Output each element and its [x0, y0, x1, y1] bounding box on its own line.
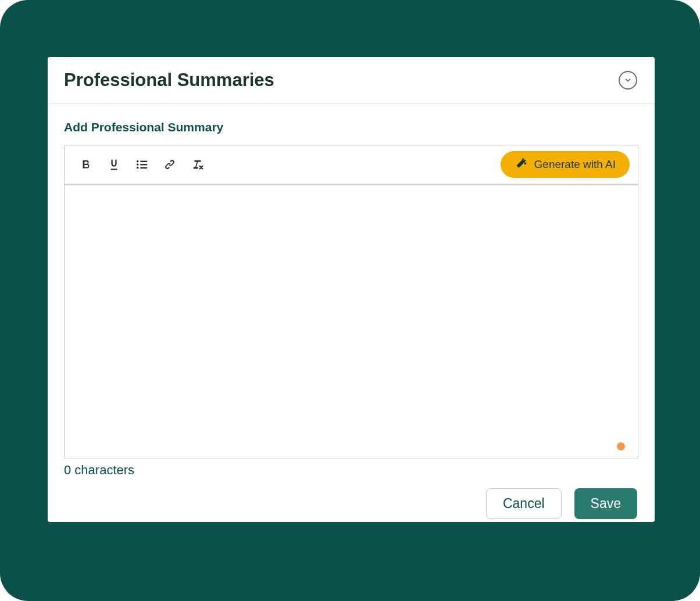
svg-rect-4	[140, 164, 147, 165]
chevron-down-icon	[624, 76, 632, 84]
svg-rect-3	[140, 161, 147, 162]
clear-formatting-button[interactable]	[190, 157, 205, 172]
svg-point-6	[524, 160, 525, 162]
bullet-list-button[interactable]	[134, 157, 149, 172]
underline-icon	[108, 158, 120, 171]
clear-formatting-icon	[191, 158, 204, 171]
bullet-list-icon	[135, 158, 148, 171]
action-buttons: Cancel Save	[64, 488, 638, 519]
svg-point-1	[137, 163, 139, 166]
svg-point-2	[137, 167, 139, 169]
toolbar-left	[78, 157, 205, 172]
underline-button[interactable]	[106, 157, 122, 172]
card-title: Professional Summaries	[64, 70, 274, 91]
character-count: 0 characters	[64, 463, 638, 478]
card-header: Professional Summaries	[48, 57, 655, 104]
svg-point-7	[524, 163, 526, 164]
grammarly-indicator-icon[interactable]	[617, 442, 625, 450]
svg-point-0	[137, 160, 139, 163]
bold-button[interactable]	[78, 157, 94, 172]
svg-point-8	[522, 159, 523, 159]
save-button[interactable]: Save	[574, 488, 637, 519]
editor-toolbar: Generate with AI	[65, 145, 638, 185]
generate-ai-label: Generate with AI	[534, 158, 616, 171]
svg-rect-5	[140, 167, 147, 169]
editor-wrapper: Generate with AI	[64, 145, 638, 459]
summary-card: Professional Summaries Add Professional …	[48, 57, 655, 522]
generate-ai-button[interactable]: Generate with AI	[501, 151, 630, 178]
card-body: Add Professional Summary	[48, 104, 655, 531]
editor-textarea[interactable]	[65, 185, 638, 459]
collapse-button[interactable]	[619, 71, 637, 90]
cancel-button[interactable]: Cancel	[486, 488, 562, 519]
link-button[interactable]	[162, 157, 177, 172]
bold-icon	[80, 158, 92, 171]
outer-frame: Professional Summaries Add Professional …	[0, 0, 700, 601]
magic-wand-icon	[515, 158, 527, 171]
link-icon	[163, 158, 176, 171]
subtitle: Add Professional Summary	[64, 120, 638, 134]
